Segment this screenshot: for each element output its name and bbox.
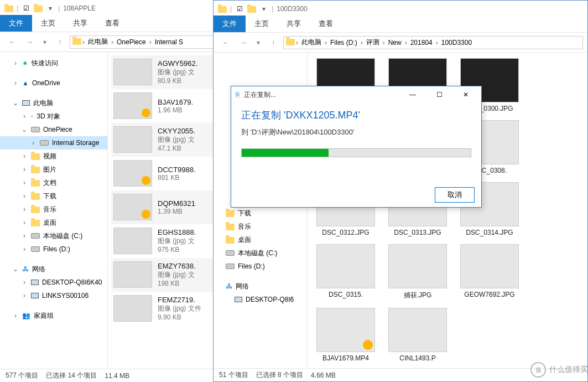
nav-quickaccess[interactable]: ›★快速访问 [0,56,107,70]
thumbnail [113,160,152,187]
file-size: 891 KB [158,174,196,182]
nav-documents[interactable]: ›文档 [0,176,107,189]
file-size: 1.39 MB [158,208,195,215]
grid-item[interactable]: GEOW7692.JPG [459,244,520,300]
separator: | [17,4,18,12]
pc-icon [31,280,39,285]
nav-videos[interactable]: ›视频 [0,149,107,163]
file-meta: 图像 (jpg) 文 [158,270,196,280]
nav-onedrive[interactable]: ›▲OneDrive [0,76,107,90]
folder-small-icon[interactable] [34,4,43,13]
tab-file[interactable]: 文件 [0,15,32,32]
crumb[interactable]: 100D3300 [439,38,474,48]
nav-up-icon[interactable]: ↑ [52,34,67,50]
tab-share[interactable]: 共享 [278,16,310,32]
tab-share[interactable]: 共享 [64,15,96,32]
file-size: 198 KB [158,280,196,287]
grid-item[interactable]: CINL1493.P [387,308,448,362]
nav-back-icon[interactable]: ← [4,34,20,50]
cancel-button[interactable]: 取消 [435,187,475,203]
nav-desktop[interactable]: ›桌面 [0,216,107,229]
drive-icon [31,127,40,132]
nav-up-icon[interactable]: ↑ [266,35,281,50]
nav-history-icon[interactable]: ▾ [253,35,263,50]
nav-ddrive[interactable]: ›Files (D:) [0,242,107,256]
dropdown-icon[interactable]: ▾ [259,4,268,13]
dialog-titlebar[interactable]: ⎘ 正在复制... — ☐ ✕ [231,86,481,103]
tab-home[interactable]: 主页 [246,16,278,32]
nav-cdrive[interactable]: ›本地磁盘 (C:) [0,229,107,242]
dialog-footer: 取消 [231,183,481,207]
nav-ddrive[interactable]: Files (D:) [214,260,307,273]
nav-history-icon[interactable]: ▾ [40,34,50,50]
close-button[interactable]: ✕ [455,87,477,102]
pc-icon [31,293,39,298]
crumb[interactable]: OnePiece [115,37,148,47]
status-count: 577 个项目 [6,371,38,380]
folder-icon [31,193,40,200]
status-size: 11.4 MB [105,372,129,380]
thumbnail [113,194,152,220]
crumb[interactable]: 201804 [408,38,435,48]
crumb[interactable]: 此电脑 [299,37,324,48]
crumb[interactable]: 评测 [364,37,382,48]
breadcrumb-front[interactable]: › 此电脑› Files (D:)› 评测› New› 201804› 100D… [283,36,583,49]
thumbnail [113,126,152,153]
nav-desktop[interactable]: 桌面 [214,233,307,246]
nav-network[interactable]: ⌄🖧网络 [0,262,107,276]
nav-thispc[interactable]: ⌄此电脑 [0,96,107,110]
minimize-button[interactable]: — [402,87,424,102]
progress-fill [242,149,329,157]
nav-homegroup[interactable]: ›👥家庭组 [0,309,107,322]
thumbnail [316,308,375,352]
tab-file[interactable]: 文件 [214,16,246,32]
grid-item[interactable]: DSC_0315. [315,244,376,300]
dialog-title: 正在复制... [244,90,397,100]
folder-icon [31,153,40,160]
navpane-back[interactable]: ›★快速访问 ›▲OneDrive ⌄此电脑 ›▫3D 对象 ⌄OnePiece… [0,52,108,369]
copy-icon: ⎘ [236,91,240,99]
maximize-button[interactable]: ☐ [428,87,450,102]
window-title: 100D3300 [277,5,307,13]
file-name: 捕获.JPG [387,291,448,300]
nav-forward-icon[interactable]: → [22,34,38,50]
thumbnail [460,244,519,288]
file-size: 80.9 KB [158,77,197,85]
nav-network[interactable]: 🖧网络 [214,280,307,293]
file-size: 975 KB [158,246,196,254]
file-name: DSC_0313.JPG [387,229,448,236]
grid-item[interactable]: BJAV1679.MP4 [315,308,376,362]
nav-desktop-pc[interactable]: ›DESKTOP-Q8I6K40 [0,276,107,289]
grid-item[interactable]: 捕获.JPG [387,244,448,300]
nav-music[interactable]: ›音乐 [0,203,107,216]
folder-small-icon[interactable] [247,4,256,13]
checkbox-icon[interactable]: ☑ [22,4,30,13]
nav-linksys[interactable]: ›LINKSYS00106 [0,289,107,302]
crumb[interactable]: Files (D:) [328,38,360,48]
dropdown-icon[interactable]: ▾ [46,4,55,13]
tab-home[interactable]: 主页 [32,15,64,32]
nav-internal-storage[interactable]: ›Internal Storage [0,136,107,149]
crumb[interactable]: Internal S [153,37,185,47]
thumbnail [113,261,152,288]
nav-back-icon[interactable]: ← [218,35,233,50]
nav-onepiece[interactable]: ⌄OnePiece [0,123,107,136]
nav-cdrive[interactable]: 本地磁盘 (C:) [214,246,307,260]
nav-forward-icon[interactable]: → [236,35,251,50]
crumb[interactable]: New [386,38,404,48]
nav-desktop-pc[interactable]: DESKTOP-Q8I6 [214,293,307,306]
nav-3dobjects[interactable]: ›▫3D 对象 [0,110,107,123]
tab-view[interactable]: 查看 [310,16,342,32]
nav-downloads[interactable]: 下载 [214,207,307,220]
titlebar-front[interactable]: | ☑ ▾ | 100D3300 [214,1,587,17]
folder-icon [226,210,235,217]
nav-music[interactable]: 音乐 [214,220,307,233]
nav-pictures[interactable]: ›图片 [0,163,107,176]
tab-view[interactable]: 查看 [96,15,128,32]
pc-icon [235,297,242,302]
checkbox-icon[interactable]: ☑ [235,4,244,13]
file-name: DQPM6321 [158,199,195,208]
crumb[interactable]: 此电脑 [86,36,110,48]
nav-downloads[interactable]: ›下载 [0,189,107,203]
folder-icon [226,224,235,230]
